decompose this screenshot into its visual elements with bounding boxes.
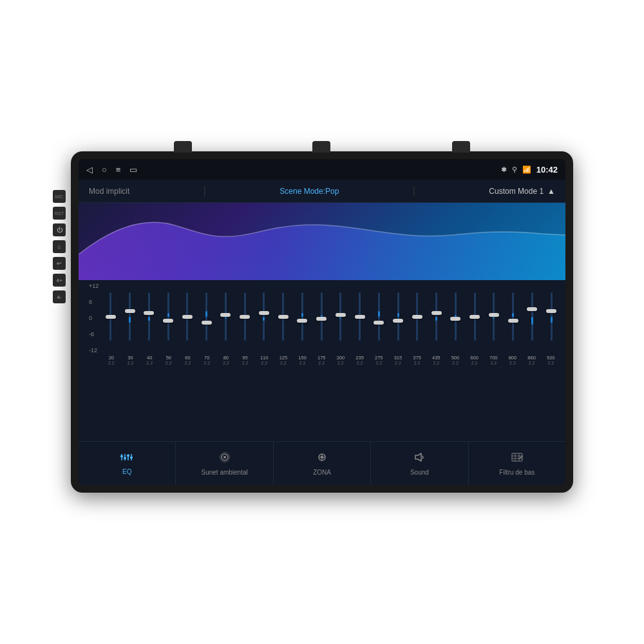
slider-track-20[interactable]: [109, 292, 111, 341]
slider-track-860[interactable]: [531, 292, 533, 341]
tab-zona[interactable]: ZONA: [274, 442, 371, 485]
tab-sound[interactable]: Sound: [371, 442, 468, 485]
freq-label-col-80: 802.2: [216, 355, 236, 365]
mode-scene[interactable]: Scene Mode:Pop: [279, 187, 339, 196]
tab-filtru-label: Filtru de bas: [499, 469, 535, 476]
slider-track-70[interactable]: [205, 292, 207, 341]
slider-track-175[interactable]: [321, 292, 323, 341]
slider-track-920[interactable]: [551, 292, 553, 341]
slider-track-315[interactable]: [397, 292, 399, 341]
slider-thumb-95[interactable]: [240, 315, 250, 319]
mode-bar: Mod implicit | Scene Mode:Pop | Custom M…: [79, 180, 565, 203]
slider-track-375[interactable]: [416, 292, 418, 341]
slider-thumb-60[interactable]: [182, 315, 193, 319]
slider-thumb-175[interactable]: [316, 317, 327, 321]
freq-label-col-110: 1102.2: [254, 355, 274, 365]
home-nav-icon[interactable]: ○: [102, 165, 107, 175]
slider-col-375[interactable]: [408, 292, 426, 341]
slider-col-600[interactable]: [466, 292, 484, 341]
freq-label-col-50: 502.2: [159, 355, 178, 365]
slider-thumb-435[interactable]: [431, 311, 442, 315]
slider-thumb-315[interactable]: [393, 319, 403, 323]
slider-col-235[interactable]: [351, 292, 369, 341]
filtru-icon: [510, 451, 524, 466]
slider-col-860[interactable]: [524, 292, 542, 341]
back-button[interactable]: ↩: [53, 257, 66, 270]
slider-thumb-80[interactable]: [220, 313, 231, 317]
slider-track-275[interactable]: [378, 292, 380, 341]
slider-thumb-860[interactable]: [527, 307, 537, 311]
slider-thumb-150[interactable]: [297, 319, 307, 323]
slider-col-435[interactable]: [428, 292, 446, 341]
slider-col-20[interactable]: [102, 292, 120, 341]
slider-track-235[interactable]: [359, 292, 361, 341]
slider-col-500[interactable]: [447, 292, 465, 341]
slider-col-700[interactable]: [485, 292, 503, 341]
menu-nav-icon[interactable]: ≡: [116, 165, 121, 175]
tab-filtru[interactable]: Filtru de bas: [469, 442, 565, 485]
back-nav-icon[interactable]: ◁: [86, 165, 93, 175]
slider-col-40[interactable]: [140, 292, 158, 341]
rst-label: RST: [53, 207, 66, 220]
slider-track-200[interactable]: [339, 292, 341, 341]
slider-track-60[interactable]: [186, 292, 188, 341]
mode-implicit[interactable]: Mod implicit: [89, 187, 129, 196]
slider-track-700[interactable]: [493, 292, 495, 341]
slider-col-125[interactable]: [274, 292, 292, 341]
slider-thumb-600[interactable]: [469, 315, 480, 319]
slider-track-500[interactable]: [455, 292, 457, 341]
slider-col-110[interactable]: [255, 292, 273, 341]
slider-thumb-920[interactable]: [546, 309, 556, 313]
tab-sunet[interactable]: Sunet ambiental: [176, 442, 273, 485]
mode-custom[interactable]: Custom Mode 1 ▲: [489, 187, 555, 196]
slider-col-95[interactable]: [236, 292, 254, 341]
freq-label-col-315: 3152.2: [388, 355, 408, 365]
slider-thumb-110[interactable]: [259, 311, 269, 315]
slider-fill-110: [263, 317, 265, 321]
slider-col-275[interactable]: [370, 292, 388, 341]
slider-fill-700: [493, 317, 495, 319]
vol-up-button[interactable]: 4+: [53, 274, 66, 287]
slider-track-600[interactable]: [474, 292, 476, 341]
slider-fill-920: [551, 317, 553, 323]
slider-thumb-70[interactable]: [202, 321, 212, 325]
slider-col-60[interactable]: [178, 292, 196, 341]
slider-col-150[interactable]: [294, 292, 312, 341]
slider-col-800[interactable]: [504, 292, 522, 341]
home-button[interactable]: ⌂: [53, 240, 66, 253]
slider-thumb-200[interactable]: [336, 313, 346, 317]
slider-col-30[interactable]: [121, 292, 139, 341]
slider-track-150[interactable]: [301, 292, 303, 341]
slider-thumb-700[interactable]: [489, 313, 499, 317]
power-button[interactable]: ⏻: [53, 223, 66, 236]
slider-thumb-125[interactable]: [278, 315, 289, 319]
slider-col-200[interactable]: [332, 292, 350, 341]
slider-thumb-235[interactable]: [355, 315, 365, 319]
slider-thumb-500[interactable]: [450, 317, 460, 321]
slider-col-80[interactable]: [217, 292, 235, 341]
slider-col-50[interactable]: [159, 292, 177, 341]
slider-thumb-40[interactable]: [144, 311, 154, 315]
slider-col-920[interactable]: [542, 292, 560, 341]
slider-track-40[interactable]: [148, 292, 150, 341]
slider-thumb-30[interactable]: [125, 309, 135, 313]
slider-track-435[interactable]: [435, 292, 437, 341]
vol-down-button[interactable]: 4-: [53, 290, 66, 303]
slider-col-70[interactable]: [198, 292, 216, 341]
slider-thumb-375[interactable]: [412, 315, 422, 319]
slider-thumb-50[interactable]: [163, 319, 173, 323]
tab-eq[interactable]: EQ: [79, 442, 176, 485]
slider-track-95[interactable]: [244, 292, 246, 341]
slider-track-110[interactable]: [263, 292, 265, 341]
slider-track-30[interactable]: [129, 292, 131, 341]
slider-col-175[interactable]: [312, 292, 330, 341]
slider-track-800[interactable]: [512, 292, 514, 341]
slider-thumb-20[interactable]: [106, 315, 116, 319]
slider-thumb-800[interactable]: [508, 319, 518, 323]
slider-col-315[interactable]: [389, 292, 407, 341]
slider-track-50[interactable]: [167, 292, 169, 341]
slider-track-125[interactable]: [282, 292, 284, 341]
slider-track-80[interactable]: [225, 292, 227, 341]
slider-thumb-275[interactable]: [374, 321, 384, 325]
recent-nav-icon[interactable]: ▭: [129, 165, 137, 175]
